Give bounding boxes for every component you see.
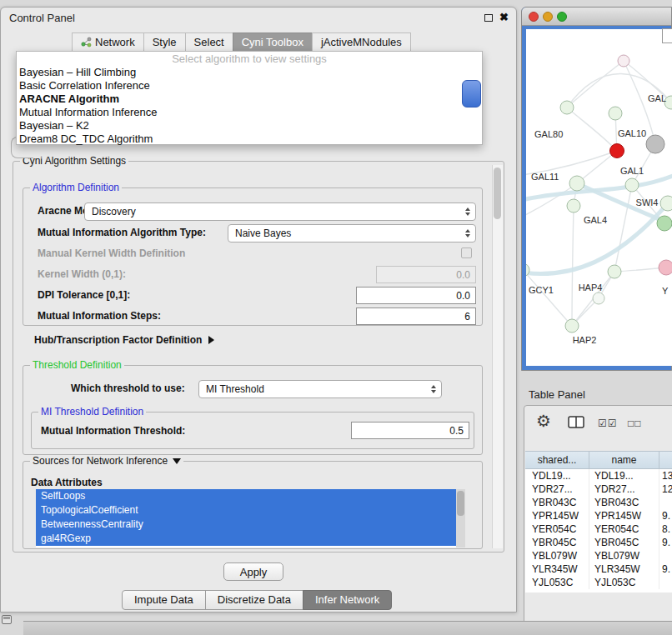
algorithm-select-popup: Select algorithm to view settings Bayesi… <box>16 51 483 145</box>
table-row[interactable]: YDL19... YDL19... 13 <box>525 469 672 482</box>
kernel-width-field[interactable]: 0.0 <box>376 266 476 283</box>
popup-item-selected[interactable]: ARACNE Algorithm <box>17 92 482 106</box>
hub-factor-section-toggle[interactable]: Hub/Transcription Factor Definition <box>34 334 214 346</box>
tab-network-label: Network <box>95 36 135 48</box>
table-header-shared-name[interactable]: shared... <box>525 452 589 468</box>
restore-panel-icon[interactable] <box>2 615 12 624</box>
unchecked-boxes-icon[interactable]: □□ <box>628 418 642 429</box>
dpi-tolerance-field[interactable]: 0.0 <box>356 287 476 304</box>
node-label: GAL <box>648 93 666 103</box>
list-item[interactable]: TopologicalCoefficient <box>36 503 456 518</box>
network-node-pink[interactable] <box>659 260 672 275</box>
network-node-gal10[interactable] <box>610 144 624 158</box>
network-canvas[interactable]: GAL80 GAL10 GAL GAL11 GAL1 SWI4 GAL4 GCY… <box>526 29 672 366</box>
control-panel-window: Control Panel ✖ Network Style Select Cyn… <box>0 7 517 612</box>
tab-cyni-toolbox[interactable]: Cyni Toolbox <box>233 32 313 52</box>
table-row[interactable]: YBR045C YBR045C 9. <box>525 536 672 549</box>
tab-infer-network[interactable]: Infer Network <box>303 590 392 610</box>
cell-shared-name: YDL19... <box>525 469 589 482</box>
apply-button[interactable]: Apply <box>223 562 283 581</box>
column-browser-icon[interactable] <box>568 416 584 429</box>
settings-scrollbar-thumb[interactable] <box>494 168 501 219</box>
float-window-icon[interactable] <box>484 14 493 22</box>
cell-value: 8. <box>659 522 672 536</box>
popup-item[interactable]: Basic Correlation Inference <box>17 79 482 92</box>
close-traffic-light[interactable] <box>529 12 539 22</box>
minimize-traffic-light[interactable] <box>543 12 553 22</box>
tab-select[interactable]: Select <box>185 32 233 52</box>
combo-stepper-icon <box>465 208 470 216</box>
cell-name: YBL079W <box>589 549 659 562</box>
data-attributes-label: Data Attributes <box>31 478 103 488</box>
network-node-gal4[interactable] <box>567 199 580 212</box>
network-node[interactable] <box>569 176 584 191</box>
mi-type-combo[interactable]: Naive Bayes <box>228 224 476 242</box>
gear-icon[interactable]: ⚙ <box>536 412 551 429</box>
tab-impute-data[interactable]: Impute Data <box>122 590 206 610</box>
tab-style[interactable]: Style <box>143 32 186 52</box>
cell-name: YPR145W <box>589 509 659 522</box>
list-item[interactable]: SelfLoops <box>36 489 456 503</box>
network-node[interactable] <box>593 292 604 304</box>
network-node[interactable] <box>609 107 622 120</box>
settings-scrollbar[interactable] <box>492 165 503 548</box>
table-header-name[interactable]: name <box>589 452 659 468</box>
which-threshold-label: Which threshold to use: <box>71 383 185 394</box>
zoom-traffic-light[interactable] <box>557 12 567 22</box>
table-row[interactable]: YJL053C YJL053C <box>525 576 672 589</box>
popup-item[interactable]: Dream8 DC_TDC Algorithm <box>17 132 482 146</box>
table-row[interactable]: YLR345W YLR345W 9. <box>525 562 672 576</box>
checked-boxes-icon[interactable]: ☑☑ <box>598 418 618 429</box>
tab-discretize-data[interactable]: Discretize Data <box>205 590 303 610</box>
table-header-cell[interactable] <box>659 452 672 468</box>
cell-shared-name: YBR043C <box>525 496 589 509</box>
tab-network[interactable]: Network <box>72 32 144 52</box>
which-threshold-combo[interactable]: MI Threshold <box>198 380 442 398</box>
combo-stepper-icon <box>465 229 470 238</box>
network-node[interactable] <box>618 55 629 67</box>
popup-item[interactable]: Mutual Information Inference <box>17 106 482 119</box>
aracne-mode-combo[interactable]: Discovery <box>84 202 476 221</box>
window-title: Control Panel <box>9 12 75 24</box>
algorithm-definition-title: Algorithm Definition <box>30 182 122 193</box>
dpi-tolerance-label: DPI Tolerance [0,1]: <box>38 290 130 301</box>
network-node-hap2[interactable] <box>565 319 579 332</box>
table-header: shared... name <box>525 451 672 469</box>
network-node-green[interactable] <box>657 216 672 231</box>
cell-shared-name: YBR045C <box>525 536 589 549</box>
table-row[interactable]: YPR145W YPR145W 9. <box>525 509 672 522</box>
sources-group-toggle[interactable]: Sources for Network Inference <box>30 455 183 467</box>
node-label: GAL10 <box>618 128 646 138</box>
network-canvas-frame: GAL80 GAL10 GAL GAL11 GAL1 SWI4 GAL4 GCY… <box>526 29 672 366</box>
close-window-icon[interactable]: ✖ <box>499 11 509 23</box>
table-panel-title: Table Panel <box>529 388 585 401</box>
cell-shared-name: YER054C <box>525 522 589 536</box>
network-node-swi4[interactable] <box>660 196 672 211</box>
cell-shared-name: YJL053C <box>525 576 589 589</box>
network-node[interactable] <box>560 101 574 114</box>
list-scrollbar-thumb[interactable] <box>457 491 464 516</box>
mi-threshold-field[interactable]: 0.5 <box>351 422 469 439</box>
tab-jactivemnodules[interactable]: jActiveMNodules <box>312 32 411 52</box>
mi-type-value: Naive Bayes <box>235 228 291 239</box>
table-row[interactable]: YBL079W YBL079W <box>525 549 672 562</box>
table-row[interactable]: YER054C YER054C 8. <box>525 522 672 536</box>
manual-kernel-width-checkbox[interactable] <box>461 248 472 258</box>
list-item[interactable]: BetweennessCentrality <box>36 518 456 532</box>
popup-item[interactable]: Bayesian – K2 <box>17 119 482 132</box>
aracne-mode-value: Discovery <box>92 206 136 218</box>
table-row[interactable]: YDR27... YDR27... 12 <box>525 482 672 496</box>
network-node[interactable] <box>608 265 621 278</box>
table-panel-window: ⚙ ☑☑ □□ shared... name YDL19... YDL19...… <box>524 405 672 635</box>
kernel-width-label: Kernel Width (0,1): <box>38 269 126 280</box>
mi-steps-label: Mutual Information Steps: <box>38 311 161 322</box>
network-node-gal1[interactable] <box>625 178 639 192</box>
table-row[interactable]: YBR043C YBR043C <box>525 496 672 509</box>
popup-item[interactable]: Bayesian – Hill Climbing <box>17 66 482 79</box>
mi-type-label: Mutual Information Algorithm Type: <box>38 228 206 238</box>
list-item[interactable]: gal4RGexp <box>36 532 456 546</box>
mi-steps-field[interactable]: 6 <box>356 308 476 325</box>
collapse-down-icon <box>173 458 181 464</box>
node-label: Y <box>662 286 669 296</box>
network-node-gray[interactable] <box>646 135 664 153</box>
